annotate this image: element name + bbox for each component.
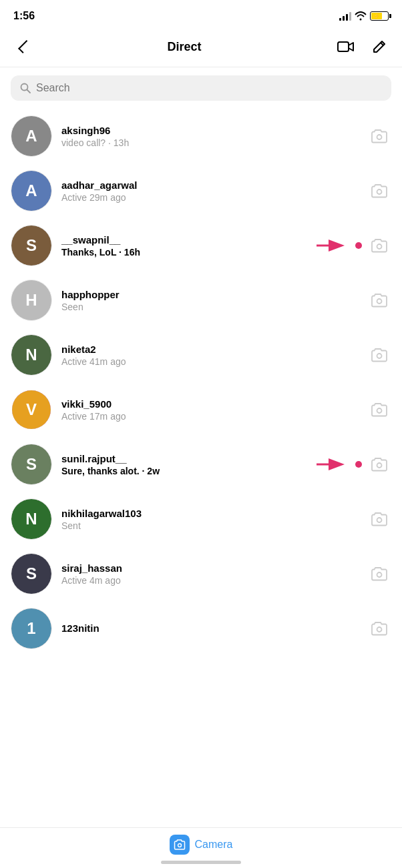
avatar-wrap: A [11, 115, 52, 157]
avatar-wrap: V [11, 389, 52, 430]
convo-name: 123nitin [61, 622, 361, 634]
camera-button[interactable] [367, 124, 391, 148]
avatar-wrap: H [11, 280, 52, 321]
svg-point-15 [377, 572, 382, 577]
camera-button[interactable] [367, 616, 391, 640]
convo-info: __swapnil__Thanks, LoL · 16h [61, 234, 309, 258]
convo-right [367, 562, 391, 586]
svg-point-3 [377, 135, 382, 139]
conversation-item[interactable]: Aaksingh96video call? · 13h [0, 109, 402, 163]
signal-bars-icon [339, 11, 351, 21]
avatar-placeholder: S [11, 444, 51, 484]
conversation-item[interactable]: Nniketa2Active 41m ago [0, 328, 402, 382]
camera-icon [371, 129, 388, 143]
avatar-placeholder: S [11, 226, 51, 266]
video-call-button[interactable] [334, 35, 358, 59]
svg-point-14 [377, 518, 382, 522]
svg-point-17 [178, 844, 181, 847]
avatar: S [11, 553, 52, 594]
avatar: V [11, 389, 52, 430]
home-indicator [161, 861, 241, 864]
conversation-item[interactable]: S__swapnil__Thanks, LoL · 16h [0, 218, 402, 273]
avatar-wrap: A [11, 170, 52, 211]
avatar: A [11, 115, 52, 157]
svg-line-2 [27, 90, 31, 93]
convo-right [367, 616, 391, 640]
conversation-item[interactable]: HhapphopperSeen [0, 273, 402, 328]
camera-button[interactable] [367, 234, 391, 258]
convo-preview: Sure, thanks alot. · 2w [61, 466, 309, 476]
conversation-item[interactable]: Nnikhilagarwal103Sent [0, 492, 402, 546]
avatar: N [11, 334, 52, 376]
avatar: A [11, 170, 52, 211]
convo-preview: Active 17m ago [61, 411, 361, 422]
search-input[interactable] [36, 82, 382, 94]
svg-point-7 [377, 244, 382, 249]
camera-icon [174, 839, 186, 850]
conversation-item[interactable]: Ssiraj_hassanActive 4m ago [0, 546, 402, 601]
convo-right [315, 452, 391, 476]
edit-icon [372, 39, 387, 54]
convo-preview: Active 29m ago [61, 192, 361, 203]
convo-name: niketa2 [61, 344, 361, 355]
camera-button[interactable] [367, 452, 391, 476]
svg-point-9 [377, 354, 382, 358]
camera-icon [371, 566, 388, 581]
camera-button[interactable] [367, 343, 391, 367]
convo-info: 123nitin [61, 622, 361, 635]
convo-preview: Seen [61, 302, 361, 312]
search-bar-container [0, 67, 402, 109]
convo-info: niketa2Active 41m ago [61, 344, 361, 367]
avatar-placeholder: N [11, 499, 51, 539]
arrow-indicator [315, 458, 347, 471]
arrow-indicator [315, 239, 347, 252]
camera-button[interactable] [367, 288, 391, 312]
camera-icon [371, 402, 388, 417]
convo-name: sunil.rajput__ [61, 453, 309, 464]
unread-dot [355, 242, 362, 249]
convo-name: happhopper [61, 289, 361, 300]
convo-info: aksingh96video call? · 13h [61, 125, 361, 148]
convo-right [367, 507, 391, 531]
conversation-item[interactable]: Vvikki_5900Active 17m ago [0, 382, 402, 437]
convo-right [315, 234, 391, 258]
convo-right [367, 124, 391, 148]
back-button[interactable] [11, 35, 35, 59]
battery-icon: ⚡ [370, 11, 389, 21]
svg-point-13 [377, 463, 382, 468]
conversation-item[interactable]: Aaadhar_agarwalActive 29m ago [0, 163, 402, 218]
camera-button[interactable] [367, 179, 391, 203]
avatar: S [11, 444, 52, 485]
avatar: N [11, 498, 52, 540]
edit-button[interactable] [367, 35, 391, 59]
camera-button[interactable] [367, 398, 391, 422]
camera-button[interactable] [367, 507, 391, 531]
avatar-placeholder: S [11, 554, 51, 594]
convo-preview: Active 4m ago [61, 575, 361, 586]
camera-icon [371, 621, 388, 636]
avatar-wrap: N [11, 498, 52, 540]
conversation-item[interactable]: Ssunil.rajput__Sure, thanks alot. · 2w [0, 437, 402, 492]
avatar-wrap: S [11, 553, 52, 594]
camera-button[interactable] [367, 562, 391, 586]
avatar-placeholder: A [11, 171, 51, 211]
avatar-wrap: S [11, 444, 52, 485]
avatar-placeholder: N [11, 335, 51, 375]
camera-icon [371, 348, 388, 362]
convo-preview: Active 41m ago [61, 356, 361, 367]
status-icons: ⚡ [339, 11, 389, 21]
camera-icon [371, 457, 388, 472]
camera-icon [371, 183, 388, 198]
avatar: S [11, 225, 52, 266]
convo-right [367, 179, 391, 203]
avatar-placeholder: A [11, 116, 51, 156]
avatar: 1 [11, 608, 52, 649]
search-bar[interactable] [11, 75, 391, 101]
convo-info: siraj_hassanActive 4m ago [61, 562, 361, 586]
convo-info: happhopperSeen [61, 289, 361, 312]
convo-name: aadhar_agarwal [61, 179, 361, 191]
convo-right [367, 398, 391, 422]
conversation-item[interactable]: 1123nitin [0, 601, 402, 656]
header: Direct [0, 29, 402, 67]
camera-bottom-icon[interactable] [170, 835, 190, 855]
